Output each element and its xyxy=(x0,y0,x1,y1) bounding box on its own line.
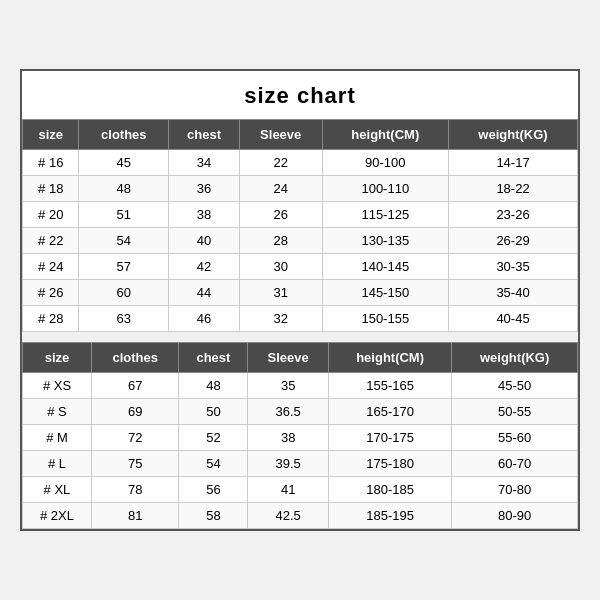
table-cell: 36 xyxy=(169,176,240,202)
column-header: Sleeve xyxy=(239,120,322,150)
table-cell: 175-180 xyxy=(328,451,451,477)
table-cell: 54 xyxy=(79,228,169,254)
table-cell: # 24 xyxy=(23,254,79,280)
table-cell: 69 xyxy=(91,399,178,425)
table-row: # 20513826115-12523-26 xyxy=(23,202,578,228)
column-header: height(CM) xyxy=(328,343,451,373)
table-cell: # 26 xyxy=(23,280,79,306)
table-cell: 34 xyxy=(169,150,240,176)
column-header: Sleeve xyxy=(248,343,329,373)
column-header: clothes xyxy=(91,343,178,373)
table-cell: 36.5 xyxy=(248,399,329,425)
table-cell: # 28 xyxy=(23,306,79,332)
column-header: clothes xyxy=(79,120,169,150)
table-cell: 46 xyxy=(169,306,240,332)
table-cell: 52 xyxy=(179,425,248,451)
table-cell: 55-60 xyxy=(452,425,578,451)
table-cell: 38 xyxy=(169,202,240,228)
table-cell: 78 xyxy=(91,477,178,503)
table-cell: # XL xyxy=(23,477,92,503)
column-header: weight(KG) xyxy=(452,343,578,373)
table-cell: 42.5 xyxy=(248,503,329,529)
table-cell: 70-80 xyxy=(452,477,578,503)
table-cell: 51 xyxy=(79,202,169,228)
table-cell: 30 xyxy=(239,254,322,280)
chart-title: size chart xyxy=(22,71,578,119)
table-cell: 72 xyxy=(91,425,178,451)
table-cell: 100-110 xyxy=(322,176,449,202)
table-cell: 28 xyxy=(239,228,322,254)
table-cell: 170-175 xyxy=(328,425,451,451)
table-cell: 24 xyxy=(239,176,322,202)
table-cell: 50 xyxy=(179,399,248,425)
table-row: # 2XL815842.5185-19580-90 xyxy=(23,503,578,529)
table-cell: 81 xyxy=(91,503,178,529)
column-header: size xyxy=(23,343,92,373)
table-cell: 115-125 xyxy=(322,202,449,228)
table-cell: # 20 xyxy=(23,202,79,228)
table-row: # 26604431145-15035-40 xyxy=(23,280,578,306)
table-cell: 14-17 xyxy=(449,150,578,176)
table-cell: 90-100 xyxy=(322,150,449,176)
table-cell: 165-170 xyxy=(328,399,451,425)
table-cell: 31 xyxy=(239,280,322,306)
table-cell: # XS xyxy=(23,373,92,399)
table-cell: 44 xyxy=(169,280,240,306)
table-cell: 41 xyxy=(248,477,329,503)
table-cell: 60-70 xyxy=(452,451,578,477)
table-cell: 150-155 xyxy=(322,306,449,332)
column-header: chest xyxy=(179,343,248,373)
table-row: # 1645342290-10014-17 xyxy=(23,150,578,176)
table-cell: 63 xyxy=(79,306,169,332)
table-cell: 130-135 xyxy=(322,228,449,254)
table-row: # 22544028130-13526-29 xyxy=(23,228,578,254)
table-row: # L755439.5175-18060-70 xyxy=(23,451,578,477)
table-cell: 30-35 xyxy=(449,254,578,280)
table-cell: 50-55 xyxy=(452,399,578,425)
table-row: # XS674835155-16545-50 xyxy=(23,373,578,399)
size-table-2: sizeclotheschestSleeveheight(CM)weight(K… xyxy=(22,342,578,529)
table-cell: 185-195 xyxy=(328,503,451,529)
table-cell: 58 xyxy=(179,503,248,529)
section-divider xyxy=(22,332,578,342)
table-cell: 56 xyxy=(179,477,248,503)
column-header: size xyxy=(23,120,79,150)
size-table-1: sizeclotheschestSleeveheight(CM)weight(K… xyxy=(22,119,578,332)
table-cell: 39.5 xyxy=(248,451,329,477)
table-cell: 35-40 xyxy=(449,280,578,306)
table-cell: # L xyxy=(23,451,92,477)
table-cell: 54 xyxy=(179,451,248,477)
column-header: weight(KG) xyxy=(449,120,578,150)
table-cell: 155-165 xyxy=(328,373,451,399)
table-cell: 22 xyxy=(239,150,322,176)
table-cell: 40 xyxy=(169,228,240,254)
table-cell: # 16 xyxy=(23,150,79,176)
table-cell: 23-26 xyxy=(449,202,578,228)
table1-header-row: sizeclotheschestSleeveheight(CM)weight(K… xyxy=(23,120,578,150)
table-cell: 26-29 xyxy=(449,228,578,254)
table-cell: 26 xyxy=(239,202,322,228)
table-cell: # 2XL xyxy=(23,503,92,529)
table-cell: 42 xyxy=(169,254,240,280)
table-cell: 145-150 xyxy=(322,280,449,306)
table-cell: 48 xyxy=(79,176,169,202)
table-cell: 18-22 xyxy=(449,176,578,202)
table-cell: # 22 xyxy=(23,228,79,254)
table-row: # 18483624100-11018-22 xyxy=(23,176,578,202)
table-row: # 28634632150-15540-45 xyxy=(23,306,578,332)
table-cell: 57 xyxy=(79,254,169,280)
table-cell: # 18 xyxy=(23,176,79,202)
table-cell: 67 xyxy=(91,373,178,399)
table-row: # XL785641180-18570-80 xyxy=(23,477,578,503)
column-header: chest xyxy=(169,120,240,150)
table-cell: 38 xyxy=(248,425,329,451)
table-cell: 40-45 xyxy=(449,306,578,332)
table-cell: 35 xyxy=(248,373,329,399)
table-cell: # M xyxy=(23,425,92,451)
table-cell: 75 xyxy=(91,451,178,477)
table-cell: 140-145 xyxy=(322,254,449,280)
table-cell: 32 xyxy=(239,306,322,332)
table-cell: 45-50 xyxy=(452,373,578,399)
column-header: height(CM) xyxy=(322,120,449,150)
table-cell: 45 xyxy=(79,150,169,176)
